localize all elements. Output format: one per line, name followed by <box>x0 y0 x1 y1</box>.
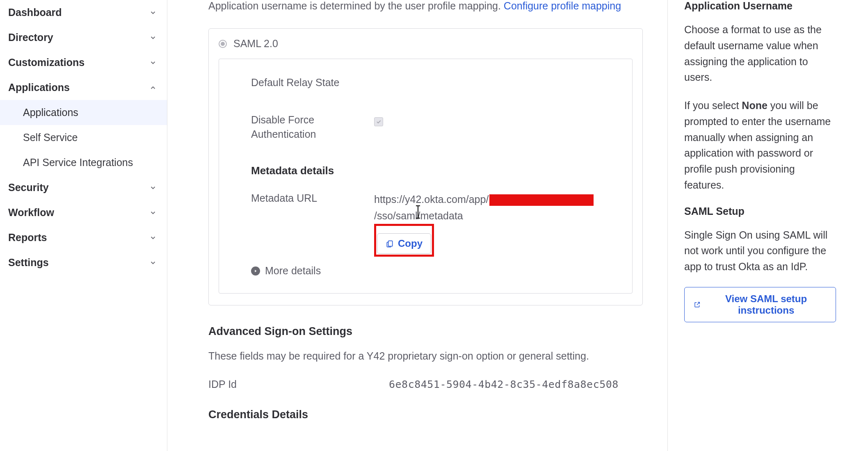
more-details-toggle[interactable]: More details <box>251 265 608 277</box>
saml-card: SAML 2.0 Default Relay State Disable For… <box>208 28 643 305</box>
chevron-down-icon <box>149 259 157 267</box>
sidebar-item-label: Directory <box>8 32 53 43</box>
disable-force-auth-label: Disable Force Authentication <box>251 113 358 141</box>
sidebar-subitem-applications[interactable]: Applications <box>0 100 167 125</box>
idp-id-value: 6e8c8451-5904-4b42-8c35-4edf8a8ec508 <box>389 378 619 390</box>
intro-text: Application username is determined by th… <box>208 0 643 12</box>
arrow-right-circle-icon <box>251 266 260 276</box>
metadata-url-row: Metadata URL https://y42.okta.com/app//s… <box>251 191 608 257</box>
application-username-head: Application Username <box>684 0 836 12</box>
sidebar-item-label: Reports <box>8 232 47 244</box>
default-relay-state-value <box>374 75 608 90</box>
saml-label: SAML 2.0 <box>233 38 278 50</box>
sidebar-item-applications[interactable]: Applications <box>0 75 167 100</box>
saml-setup-desc: Single Sign On using SAML will not work … <box>684 227 836 275</box>
sidebar-item-label: Settings <box>8 257 49 269</box>
sidebar-item-label: Security <box>8 182 49 194</box>
chevron-up-icon <box>149 84 157 92</box>
saml-setup-head: SAML Setup <box>684 205 836 217</box>
sidebar: Dashboard Directory Customizations Appli… <box>0 0 167 451</box>
sidebar-item-settings[interactable]: Settings <box>0 250 167 275</box>
svg-rect-0 <box>388 241 393 246</box>
sidebar-item-label: Dashboard <box>8 7 62 18</box>
sidebar-item-workflow[interactable]: Workflow <box>0 200 167 225</box>
radio-selected-icon <box>219 40 227 48</box>
chevron-down-icon <box>149 34 157 42</box>
advanced-signon-desc: These fields may be required for a Y42 p… <box>208 350 643 362</box>
credentials-details-head: Credentials Details <box>208 408 643 421</box>
default-relay-state-label: Default Relay State <box>251 75 358 90</box>
disable-force-auth-value <box>374 113 608 141</box>
sidebar-item-label: Customizations <box>8 57 85 68</box>
chevron-down-icon <box>149 234 157 242</box>
sidebar-item-label: Self Service <box>23 132 78 143</box>
configure-profile-mapping-link[interactable]: Configure profile mapping <box>504 0 621 11</box>
redacted-block <box>489 194 594 206</box>
external-link-icon <box>694 301 701 309</box>
chevron-down-icon <box>149 184 157 192</box>
sidebar-subitem-self-service[interactable]: Self Service <box>0 125 167 150</box>
sidebar-item-label: Workflow <box>8 207 54 219</box>
main-content: Application username is determined by th… <box>167 0 668 451</box>
default-relay-state-row: Default Relay State <box>251 75 608 90</box>
copy-button-highlight: Copy <box>374 224 434 257</box>
disable-force-auth-row: Disable Force Authentication <box>251 113 608 141</box>
sidebar-subitem-api-service-integrations[interactable]: API Service Integrations <box>0 150 167 175</box>
sidebar-item-reports[interactable]: Reports <box>0 225 167 250</box>
copy-button[interactable]: Copy <box>377 233 431 254</box>
saml-details-card: Default Relay State Disable Force Authen… <box>219 59 633 294</box>
metadata-details-head: Metadata details <box>251 164 608 177</box>
advanced-signon-head: Advanced Sign-on Settings <box>208 325 643 338</box>
idp-id-row: IDP Id 6e8c8451-5904-4b42-8c35-4edf8a8ec… <box>208 378 643 390</box>
sidebar-item-customizations[interactable]: Customizations <box>0 50 167 75</box>
chevron-down-icon <box>149 209 157 217</box>
sidebar-item-dashboard[interactable]: Dashboard <box>0 0 167 25</box>
chevron-down-icon <box>149 9 157 17</box>
checkbox-disabled-icon <box>374 117 383 126</box>
metadata-url-value: https://y42.okta.com/app//sso/saml/metad… <box>374 191 608 257</box>
clipboard-icon <box>386 239 394 248</box>
application-username-desc2: If you select None you will be prompted … <box>684 98 836 193</box>
right-panel: Application Username Choose a format to … <box>668 0 852 451</box>
sidebar-item-label: Applications <box>23 107 78 118</box>
metadata-url-label: Metadata URL <box>251 191 358 257</box>
chevron-down-icon <box>149 59 157 67</box>
text-cursor-icon <box>418 206 418 218</box>
saml-radio-row[interactable]: SAML 2.0 <box>219 38 633 50</box>
sidebar-item-label: API Service Integrations <box>23 157 133 168</box>
sidebar-item-directory[interactable]: Directory <box>0 25 167 50</box>
application-username-desc1: Choose a format to use as the default us… <box>684 22 836 85</box>
sidebar-item-label: Applications <box>8 82 70 93</box>
idp-id-label: IDP Id <box>208 378 372 390</box>
view-saml-setup-button[interactable]: View SAML setup instructions <box>684 287 836 322</box>
sidebar-item-security[interactable]: Security <box>0 175 167 200</box>
